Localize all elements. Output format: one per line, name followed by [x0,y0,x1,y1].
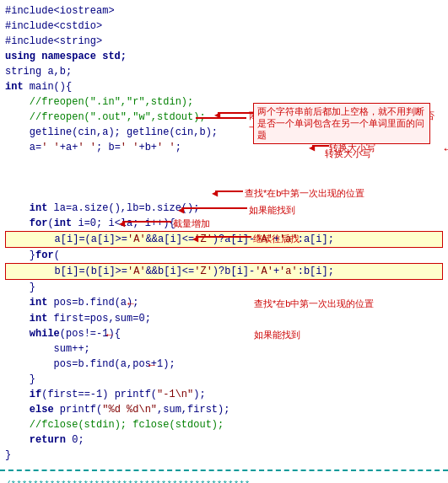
code-line: #include<cstdio> [5,19,443,34]
code-line: int la=a.size(),lb=b.size(); [5,201,443,216]
code-line: int first=pos,sum=0; [5,311,443,326]
code-line: getline(cin,a); getline(cin,b); [5,125,443,140]
code-line: while(pos!=-1){← [5,326,443,341]
page-container: #include<iostream> #include<cstdio> #inc… [0,0,448,483]
code-line: for(int i=0; i<la; i++){ [5,216,443,231]
code-line: } [5,448,443,463]
code-line: //freopen(".out","w",stdout); [5,110,443,125]
code-line: int main(){ [5,79,443,94]
code-line: //fclose(stdin); fclose(stdout); [5,417,443,432]
code-line: return 0; [5,432,443,448]
code-line: } [5,372,443,387]
info-section: /***************************************… [0,475,448,483]
code-line: using namespace std; [5,49,443,64]
code-line: int pos=b.find(a);← [5,295,443,310]
code-line-highlight: b[i]=(b[i]>='A'&&b[i]<='Z')?b[i]-'A'+'a'… [5,263,443,280]
separator-top [0,470,448,471]
code-line: #include<string> [5,34,443,49]
code-line: if(first==-1) printf("-1\n"); [5,387,443,402]
code-line: #include<iostream> [5,3,443,19]
code-line: pos=b.find(a,pos+1);← [5,357,443,372]
code-line: string a,b; [5,64,443,79]
code-line: sum++; [5,341,443,357]
code-line: }for( [5,248,443,263]
code-line: } [5,280,443,295]
code-line: a=' '+a+' '; b=' '+b+' '; ← [5,140,443,201]
code-line: //freopen(".in","r",stdin); [5,94,443,110]
info-separator-open: /***************************************… [5,478,443,483]
code-line-highlight: a[i]=(a[i]>='A'&&a[i]<='Z')?a[i]-'A'+'a'… [5,231,443,248]
code-line: else printf("%d %d\n",sum,first); [5,402,443,417]
code-area: #include<iostream> #include<cstdio> #inc… [0,0,448,466]
